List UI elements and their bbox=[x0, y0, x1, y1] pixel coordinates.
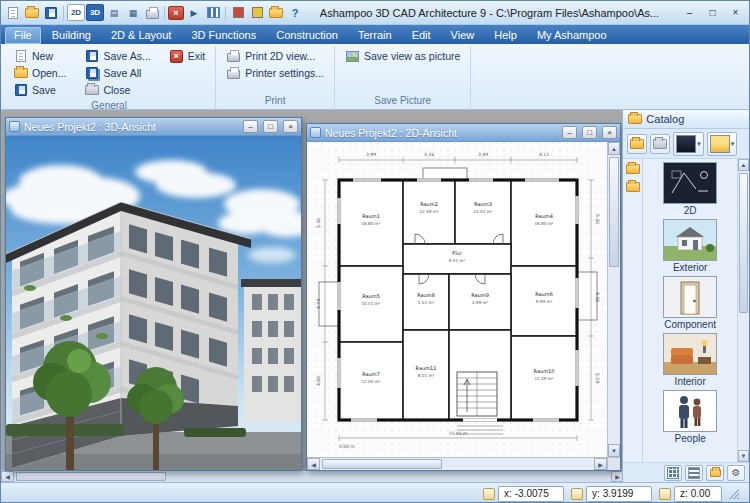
shortcut-folder-icon[interactable] bbox=[626, 164, 640, 174]
catalog-scrollbar[interactable]: ▲ ▼ bbox=[737, 159, 749, 462]
marker-yellow-icon[interactable] bbox=[248, 4, 266, 21]
catalog-groups-dropdown[interactable]: ▾ bbox=[707, 132, 738, 156]
marker-red-icon[interactable] bbox=[229, 4, 247, 21]
save-all-button-label: Save All bbox=[103, 67, 141, 79]
save-as-button[interactable]: Save As... bbox=[80, 48, 154, 64]
view-thumbnails-button[interactable] bbox=[664, 465, 682, 481]
save-all-button[interactable]: Save All bbox=[80, 65, 154, 81]
maximize-button[interactable]: □ bbox=[702, 4, 723, 21]
minimize-button[interactable]: – bbox=[679, 4, 700, 21]
catalog-item-interior[interactable]: Interior bbox=[663, 333, 717, 387]
save-view-as-picture-button[interactable]: Save view as picture bbox=[341, 48, 464, 64]
new-button[interactable]: New bbox=[9, 48, 70, 64]
title-bar: 2D 3D ▤ ▦ × ▶ ? Ashampoo 3D CAD Architec… bbox=[1, 1, 749, 25]
workspace-horizontal-scrollbar[interactable]: ◀ ▶ bbox=[1, 470, 622, 482]
scroll-thumb[interactable] bbox=[322, 459, 442, 469]
tab-building[interactable]: Building bbox=[43, 27, 100, 44]
catalog-folder-icon bbox=[628, 114, 642, 124]
window-3d-maximize-button[interactable]: □ bbox=[263, 120, 278, 133]
scroll-track[interactable] bbox=[738, 171, 749, 450]
tab-my-ashampoo[interactable]: My Ashampoo bbox=[528, 27, 616, 44]
view-2d-button[interactable]: 2D bbox=[67, 4, 85, 21]
view-details-button[interactable] bbox=[685, 465, 703, 481]
scroll-left-icon[interactable]: ◀ bbox=[307, 458, 320, 470]
save-as-button-label: Save As... bbox=[103, 50, 150, 62]
open-folder-icon[interactable] bbox=[23, 4, 41, 21]
scroll-thumb[interactable] bbox=[739, 173, 748, 313]
view-3d-canvas[interactable] bbox=[6, 136, 301, 470]
catalog-objects-dropdown[interactable]: ▾ bbox=[673, 132, 704, 156]
catalog-item-2d[interactable]: 2D bbox=[663, 162, 717, 216]
catalog-item-exterior[interactable]: Exterior bbox=[663, 219, 717, 273]
view-grid-icon[interactable]: ▦ bbox=[124, 4, 142, 21]
window-2d-maximize-button[interactable]: □ bbox=[582, 126, 597, 139]
columns-icon[interactable] bbox=[204, 4, 222, 21]
scroll-track[interactable] bbox=[14, 471, 611, 482]
ribbon-group-save-picture: Save view as picture Save Picture bbox=[335, 46, 471, 109]
window-3d-minimize-button[interactable]: – bbox=[243, 120, 258, 133]
view-2d-horizontal-scrollbar[interactable]: ◀ ▶ bbox=[307, 457, 607, 470]
scroll-right-icon[interactable]: ▶ bbox=[594, 458, 607, 470]
catalog-thumb-people bbox=[663, 390, 717, 432]
printer-settings-button[interactable]: Printer settings... bbox=[222, 65, 328, 81]
window-2d-minimize-button[interactable]: – bbox=[562, 126, 577, 139]
window-2d-titlebar[interactable]: Neues Projekt2 : 2D-Ansicht – □ × bbox=[307, 124, 620, 142]
save-icon[interactable] bbox=[42, 4, 60, 21]
view-2d-vertical-scrollbar[interactable]: ▲ ▼ bbox=[607, 142, 620, 457]
tab-edit[interactable]: Edit bbox=[403, 27, 440, 44]
svg-text:4.86: 4.86 bbox=[316, 376, 321, 386]
close-button[interactable]: × bbox=[725, 4, 746, 21]
scroll-up-icon[interactable]: ▲ bbox=[738, 159, 749, 171]
view-list-icon[interactable]: ▤ bbox=[105, 4, 123, 21]
coordinate-x: x:-3.0075 bbox=[483, 486, 564, 502]
tab-file[interactable]: File bbox=[5, 27, 41, 44]
save-button[interactable]: Save bbox=[9, 82, 70, 98]
svg-text:4.36: 4.36 bbox=[595, 292, 600, 302]
hedge bbox=[6, 424, 124, 436]
scroll-track[interactable] bbox=[608, 155, 620, 444]
help-icon[interactable]: ? bbox=[286, 4, 304, 21]
catalog-settings-button[interactable]: ⚙ bbox=[727, 465, 745, 481]
print-2d-view-button[interactable]: Print 2D view... bbox=[222, 48, 328, 64]
scroll-up-icon[interactable]: ▲ bbox=[608, 142, 620, 155]
window-2d-close-button[interactable]: × bbox=[602, 126, 617, 139]
view-2d-canvas[interactable]: Raum116.80 m² Raum212.49 m² Raum314.01 m… bbox=[307, 142, 607, 457]
window-controls: – □ × bbox=[679, 4, 746, 21]
shortcut-folder-icon[interactable] bbox=[626, 182, 640, 192]
scroll-thumb[interactable] bbox=[16, 472, 166, 481]
view-3d-button[interactable]: 3D bbox=[86, 4, 104, 21]
coordinate-z-box: z:0.00 bbox=[674, 486, 722, 502]
scroll-left-icon[interactable]: ◀ bbox=[1, 471, 14, 482]
tab-2d-layout[interactable]: 2D & Layout bbox=[102, 27, 181, 44]
catalog-header[interactable]: Catalog bbox=[623, 110, 749, 129]
close-button-ribbon[interactable]: Close bbox=[80, 82, 154, 98]
exit-button[interactable]: ×Exit bbox=[165, 48, 210, 64]
delete-icon[interactable]: × bbox=[168, 6, 184, 20]
scroll-down-icon[interactable]: ▼ bbox=[608, 444, 620, 457]
scroll-right-icon[interactable]: ▶ bbox=[611, 471, 622, 482]
tab-help[interactable]: Help bbox=[485, 27, 526, 44]
open-button[interactable]: Open... bbox=[9, 65, 70, 81]
resize-grip[interactable] bbox=[729, 489, 739, 499]
tab-3d-functions[interactable]: 3D Functions bbox=[182, 27, 265, 44]
catalog-thumb-interior bbox=[663, 333, 717, 375]
scroll-thumb[interactable] bbox=[609, 157, 619, 267]
scroll-down-icon[interactable]: ▼ bbox=[738, 450, 749, 462]
svg-text:Raum2: Raum2 bbox=[420, 201, 438, 207]
tab-view[interactable]: View bbox=[442, 27, 484, 44]
new-icon[interactable] bbox=[4, 4, 22, 21]
print-icon[interactable] bbox=[143, 4, 161, 21]
folder-add-icon[interactable] bbox=[267, 4, 285, 21]
catalog-folder-button[interactable] bbox=[627, 134, 647, 154]
tab-terrain[interactable]: Terrain bbox=[349, 27, 401, 44]
tab-construction[interactable]: Construction bbox=[267, 27, 347, 44]
window-3d-titlebar[interactable]: Neues Projekt2 : 3D-Ansicht – □ × bbox=[6, 118, 301, 136]
window-3d-close-button[interactable]: × bbox=[283, 120, 298, 133]
catalog-item-people[interactable]: People bbox=[663, 390, 717, 444]
scroll-track[interactable] bbox=[320, 458, 594, 470]
catalog-item-component[interactable]: Component bbox=[663, 276, 717, 330]
catalog-folder-up-button[interactable] bbox=[650, 134, 670, 154]
catalog-folders-button[interactable] bbox=[706, 465, 724, 481]
svg-text:3.99: 3.99 bbox=[366, 152, 376, 157]
pointer-icon[interactable]: ▶ bbox=[185, 4, 203, 21]
